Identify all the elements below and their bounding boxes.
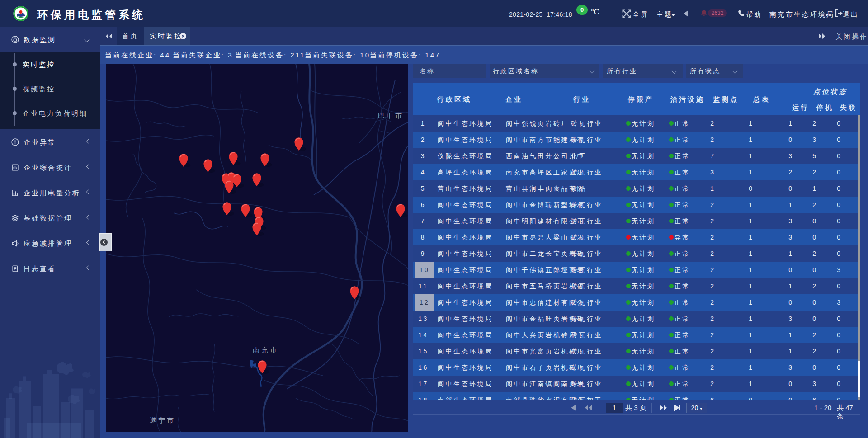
svg-text:巴中市: 巴中市 [378,112,404,119]
svg-text:南充市: 南充市 [253,346,278,353]
svg-text:遂宁市: 遂宁市 [150,416,175,424]
